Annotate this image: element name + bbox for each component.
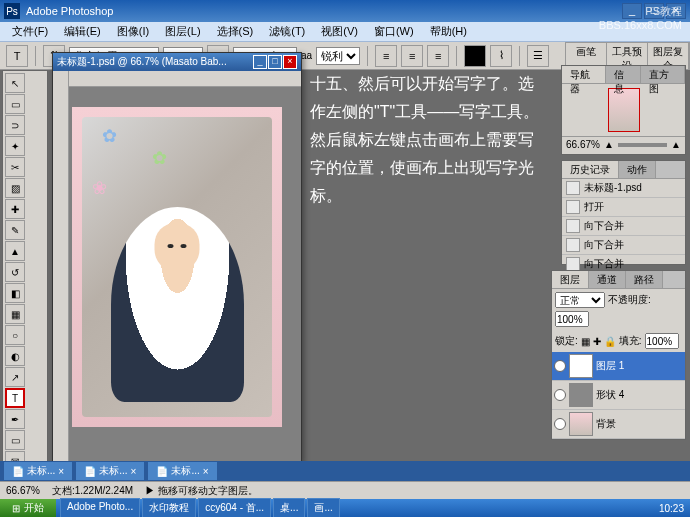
align-center-icon[interactable]: ≡ — [401, 45, 423, 67]
workspace: ↖ ▭ ⊃ ✦ ✂ ▨ ✚ ✎ ▲ ↺ ◧ ▦ ○ ◐ ↗ T ✒ ▭ ✉ ✐ … — [0, 70, 690, 481]
layer-row[interactable]: T 图层 1 — [552, 352, 685, 381]
menu-help[interactable]: 帮助(H) — [424, 22, 473, 41]
history-step[interactable]: 向下合并 — [562, 236, 685, 255]
minimize-button[interactable]: _ — [622, 3, 642, 19]
eraser-tool[interactable]: ◧ — [5, 283, 25, 303]
windows-taskbar: ⊞ 开始 Adobe Photo... 水印教程 ccy604 - 首... 桌… — [0, 499, 690, 517]
menu-window[interactable]: 窗口(W) — [368, 22, 420, 41]
heal-tool[interactable]: ✚ — [5, 199, 25, 219]
app-titlebar: Ps Adobe Photoshop _ □ × — [0, 0, 690, 22]
layer-thumb — [569, 383, 593, 407]
history-step[interactable]: 打开 — [562, 198, 685, 217]
maximize-button[interactable]: □ — [644, 3, 664, 19]
lock-pixels-icon[interactable]: ▦ — [581, 336, 590, 347]
doc-maximize-button[interactable]: □ — [268, 55, 282, 69]
tab-paths[interactable]: 路径 — [626, 271, 663, 288]
history-brush-tool[interactable]: ↺ — [5, 262, 25, 282]
type-tool[interactable]: T — [5, 388, 25, 408]
palette-toggle-icon[interactable]: ☰ — [527, 45, 549, 67]
text-tool-icon[interactable]: T — [6, 45, 28, 67]
blend-mode-select[interactable]: 正常 — [555, 292, 605, 308]
tab-navigator[interactable]: 导航器 — [562, 66, 606, 83]
visibility-icon[interactable] — [554, 389, 566, 401]
layer-row[interactable]: 形状 4 — [552, 381, 685, 410]
menu-layer[interactable]: 图层(L) — [159, 22, 206, 41]
pen-tool[interactable]: ✒ — [5, 409, 25, 429]
menu-filter[interactable]: 滤镜(T) — [263, 22, 311, 41]
doc-minimize-button[interactable]: _ — [253, 55, 267, 69]
warp-text-icon[interactable]: ⌇ — [490, 45, 512, 67]
taskbar-item[interactable]: Adobe Photo... — [60, 498, 140, 517]
zoom-slider[interactable] — [618, 143, 667, 147]
menu-bar: 文件(F) 编辑(E) 图像(I) 图层(L) 选择(S) 滤镜(T) 视图(V… — [0, 22, 690, 42]
menu-select[interactable]: 选择(S) — [211, 22, 260, 41]
taskbar-item[interactable]: 画... — [307, 498, 339, 517]
document-title: 未标题-1.psd @ 66.7% (Masato Bab... — [57, 55, 227, 69]
system-tray[interactable]: 10:23 — [653, 503, 690, 514]
layers-panel: 图层 通道 路径 正常 不透明度: 锁定: ▦ ✚ 🔒 填充: T 图层 1 形… — [551, 270, 686, 440]
ruler-vertical[interactable] — [53, 71, 69, 461]
status-hint: ▶ 拖移可移动文字图层。 — [145, 484, 258, 498]
path-tool[interactable]: ↗ — [5, 367, 25, 387]
doc-tab[interactable]: 📄未标...× — [76, 462, 144, 480]
visibility-icon[interactable] — [554, 360, 566, 372]
history-snapshot[interactable]: 未标题-1.psd — [562, 179, 685, 198]
align-right-icon[interactable]: ≡ — [427, 45, 449, 67]
doc-tab[interactable]: 📄未标...× — [148, 462, 216, 480]
document-window: 未标题-1.psd @ 66.7% (Masato Bab... _ □ × ✿… — [52, 52, 302, 462]
baby-photo — [111, 207, 244, 402]
ruler-horizontal[interactable] — [53, 71, 301, 87]
tab-actions[interactable]: 动作 — [619, 161, 656, 178]
taskbar-item[interactable]: 桌... — [273, 498, 305, 517]
doc-tab[interactable]: 📄未标...× — [4, 462, 72, 480]
layer-thumb: T — [569, 354, 593, 378]
status-zoom[interactable]: 66.67% — [6, 485, 40, 496]
wand-tool[interactable]: ✦ — [5, 136, 25, 156]
menu-edit[interactable]: 编辑(E) — [58, 22, 107, 41]
menu-image[interactable]: 图像(I) — [111, 22, 155, 41]
tab-histogram[interactable]: 直方图 — [641, 66, 685, 83]
document-titlebar[interactable]: 未标题-1.psd @ 66.7% (Masato Bab... _ □ × — [53, 53, 301, 71]
tab-layers[interactable]: 图层 — [552, 271, 589, 288]
tab-history[interactable]: 历史记录 — [562, 161, 619, 178]
fill-label: 填充: — [619, 334, 642, 348]
menu-view[interactable]: 视图(V) — [315, 22, 364, 41]
zoom-out-icon[interactable]: ▲ — [604, 139, 614, 150]
history-step[interactable]: 向下合并 — [562, 217, 685, 236]
tab-info[interactable]: 信息 — [606, 66, 641, 83]
tab-channels[interactable]: 通道 — [589, 271, 626, 288]
start-button[interactable]: ⊞ 开始 — [0, 499, 56, 517]
zoom-in-icon[interactable]: ▲ — [671, 139, 681, 150]
dodge-tool[interactable]: ◐ — [5, 346, 25, 366]
gradient-tool[interactable]: ▦ — [5, 304, 25, 324]
layer-row[interactable]: 背景 — [552, 410, 685, 439]
window-buttons: _ □ × — [622, 3, 686, 19]
move-tool[interactable]: ↖ — [5, 73, 25, 93]
shape-tool[interactable]: ▭ — [5, 430, 25, 450]
align-left-icon[interactable]: ≡ — [375, 45, 397, 67]
menu-file[interactable]: 文件(F) — [6, 22, 54, 41]
visibility-icon[interactable] — [554, 418, 566, 430]
brush-tool[interactable]: ✎ — [5, 220, 25, 240]
photo: ✿ ✿ ❀ — [82, 117, 272, 417]
doc-close-button[interactable]: × — [283, 55, 297, 69]
app-logo-icon: Ps — [4, 3, 20, 19]
antialias-select[interactable]: 锐利 — [316, 47, 360, 65]
text-color-swatch[interactable] — [464, 45, 486, 67]
layer-name: 形状 4 — [596, 388, 624, 402]
marquee-tool[interactable]: ▭ — [5, 94, 25, 114]
lock-position-icon[interactable]: ✚ — [593, 336, 601, 347]
stamp-tool[interactable]: ▲ — [5, 241, 25, 261]
close-button[interactable]: × — [666, 3, 686, 19]
taskbar-item[interactable]: 水印教程 — [142, 498, 196, 517]
slice-tool[interactable]: ▨ — [5, 178, 25, 198]
opacity-input[interactable] — [555, 311, 589, 327]
taskbar-item[interactable]: ccy604 - 首... — [198, 498, 271, 517]
crop-tool[interactable]: ✂ — [5, 157, 25, 177]
lasso-tool[interactable]: ⊃ — [5, 115, 25, 135]
fill-input[interactable] — [645, 333, 679, 349]
blur-tool[interactable]: ○ — [5, 325, 25, 345]
flower-decoration-icon: ✿ — [102, 125, 117, 147]
lock-all-icon[interactable]: 🔒 — [604, 336, 616, 347]
canvas[interactable]: ✿ ✿ ❀ — [72, 107, 282, 427]
